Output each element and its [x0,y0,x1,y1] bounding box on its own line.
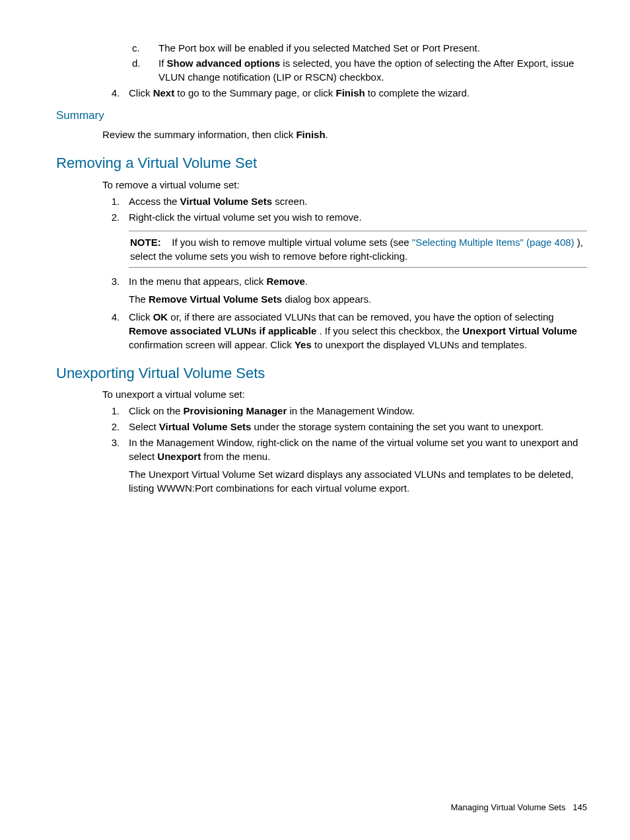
r1-marker: 1. [102,194,129,208]
marker-4: 4. [102,86,129,100]
note-link[interactable]: "Selecting Multiple Items" (page 408) [412,237,575,248]
r4-b2: Remove associated VLUNs if applicable [129,325,316,336]
u3-text: In the Management Window, right-click on… [129,436,587,463]
r3-bold: Remove [266,276,304,287]
top-numbered: 4. Click Next to go to the Summary page,… [102,86,587,100]
u2-text: Select Virtual Volume Sets under the sto… [129,420,587,434]
u1-post: in the Management Window. [287,405,414,416]
list-item-4: 4. Click Next to go to the Summary page,… [102,86,587,100]
footer-text: Managing Virtual Volume Sets [451,802,566,812]
u2-post: under the storage system containing the … [251,421,543,432]
text-4: Click Next to go to the Summary page, or… [129,86,587,100]
note-label: NOTE: [130,237,161,248]
r3-sub: The Remove Virtual Volume Sets dialog bo… [129,292,587,306]
note-pre: If you wish to remove multiple virtual v… [172,237,411,248]
top-lettered-list: c. The Port box will be enabled if you s… [125,41,587,84]
u1-text: Click on the Provisioning Manager in the… [129,404,587,418]
text-c: The Port box will be enabled if you sele… [158,41,587,55]
r2-marker: 2. [102,210,129,224]
u3-sub: The Unexport Virtual Volume Set wizard d… [129,467,587,495]
n4-b2: Finish [335,87,365,98]
r3-sub-pre: The [129,293,149,305]
r1-pre: Access the [129,196,180,207]
r3-sub-bold: Remove Virtual Volume Sets [149,293,282,305]
summary-text: Review the summary information, then cli… [102,128,587,141]
marker-c: c. [125,41,158,55]
r4-marker: 4. [102,310,129,352]
note-box: NOTE: If you wish to remove multiple vir… [129,231,587,268]
summary-pre: Review the summary information, then cli… [102,129,296,140]
removing-intro: To remove a virtual volume set: [102,178,587,192]
page: c. The Port box will be enabled if you s… [0,0,630,840]
heading-removing: Removing a Virtual Volume Set [56,153,587,174]
unexporting-steps: 1. Click on the Provisioning Manager in … [102,404,587,495]
u3-bold: Unexport [157,451,201,462]
footer: Managing Virtual Volume Sets 145 [451,802,587,814]
footer-page: 145 [573,802,587,812]
unexporting-intro: To unexport a virtual volume set: [102,387,587,401]
r4-b3: Unexport Virtual Volume [462,325,577,336]
d-bold: Show advanced options [167,57,281,69]
heading-unexporting: Unexporting Virtual Volume Sets [56,363,587,384]
u1-pre: Click on the [129,405,184,416]
u2-bold: Virtual Volume Sets [159,421,252,432]
removing-step-2: 2. Right-click the virtual volume set yo… [102,210,587,224]
r3-text: In the menu that appears, click Remove. [129,274,587,288]
removing-step-3: 3. In the menu that appears, click Remov… [102,274,587,288]
removing-steps: 1. Access the Virtual Volume Sets screen… [102,194,587,352]
removing-step-1: 1. Access the Virtual Volume Sets screen… [102,194,587,208]
u1-marker: 1. [102,404,129,418]
n4-b1: Next [153,87,175,98]
d-pre: If [158,57,167,69]
r4-b1: OK [153,311,168,323]
summary-bold: Finish [296,129,325,140]
r1-text: Access the Virtual Volume Sets screen. [129,194,587,208]
unexporting-step-3: 3. In the Management Window, right-click… [102,436,587,463]
heading-summary: Summary [56,108,587,124]
r1-bold: Virtual Volume Sets [180,196,273,207]
r2-text: Right-click the virtual volume set you w… [129,210,587,224]
n4-post: to complete the wizard. [365,87,470,98]
removing-step-4: 4. Click OK or, if there are associated … [102,310,587,352]
r4-post: to unexport the displayed VLUNs and temp… [312,339,527,350]
r4-mid1: or, if there are associated VLUNs that c… [168,311,554,323]
r4-b4: Yes [295,339,312,350]
r3-pre: In the menu that appears, click [129,276,266,287]
u3-marker: 3. [102,436,129,463]
r3-sub-post: dialog box appears. [282,293,371,305]
u1-bold: Provisioning Manager [184,405,287,416]
r4-text: Click OK or, if there are associated VLU… [129,310,587,352]
unexporting-step-2: 2. Select Virtual Volume Sets under the … [102,420,587,434]
r4-pre: Click [129,311,153,323]
u3-post: from the menu. [201,451,270,462]
n4-pre: Click [129,87,153,98]
r4-mid2: . If you select this checkbox, the [316,325,462,336]
r4-mid3: confirmation screen will appear. Click [129,339,295,350]
r1-post: screen. [272,196,307,207]
r3-marker: 3. [102,274,129,288]
unexporting-step-1: 1. Click on the Provisioning Manager in … [102,404,587,418]
marker-d: d. [125,56,158,84]
n4-mid: to go to the Summary page, or click [174,87,335,98]
text-d: If Show advanced options is selected, yo… [158,56,587,84]
u2-pre: Select [129,421,159,432]
r3-post: . [305,276,308,287]
summary-post: . [326,129,328,140]
list-item-d: d. If Show advanced options is selected,… [125,56,587,84]
list-item-c: c. The Port box will be enabled if you s… [125,41,587,55]
u2-marker: 2. [102,420,129,434]
